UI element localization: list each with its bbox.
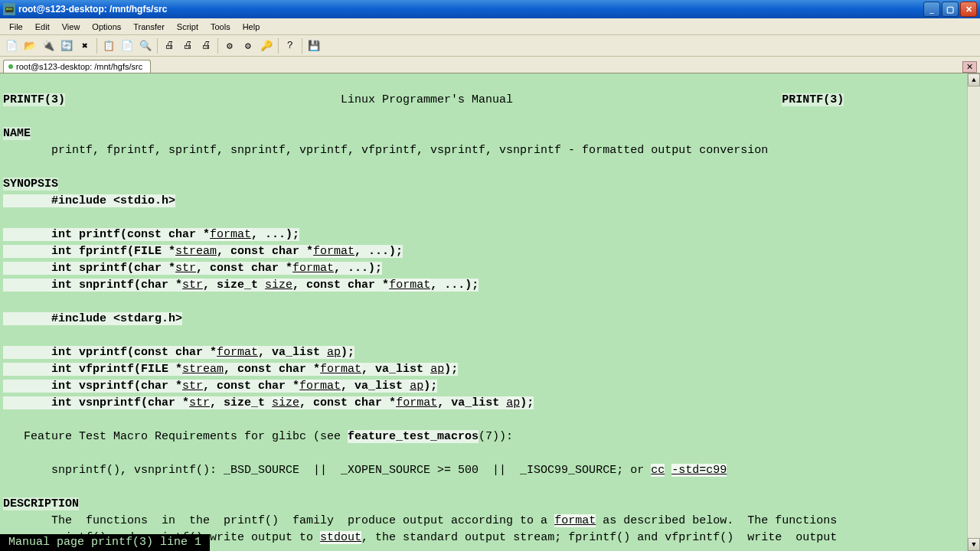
toolbar-print3-icon[interactable]: 🖨 (198, 37, 214, 54)
syn-vprintf: int vprintf(const char * (3, 346, 217, 359)
menubar: File Edit View Options Transfer Script T… (0, 18, 980, 35)
man-name-header: NAME (3, 127, 31, 140)
man-synopsis-header: SYNOPSIS (3, 178, 58, 191)
ftm-body: snprintf(), vsnprintf(): _BSD_SOURCE || … (3, 464, 651, 477)
arg-size: size (265, 279, 292, 292)
menu-options[interactable]: Options (86, 21, 127, 33)
toolbar-props-icon[interactable]: ⚙ (221, 37, 238, 54)
tab-close-button[interactable]: ✕ (962, 61, 977, 73)
toolbar-find-icon[interactable]: 🔍 (137, 37, 154, 54)
menu-tools[interactable]: Tools (204, 21, 237, 33)
arg-str: str (175, 262, 196, 275)
terminal-viewport[interactable]: PRINTF(3) Linux Programmer's Manual PRIN… (0, 73, 967, 551)
tab-label: root@s123-desktop: /mnt/hgfs/src (16, 62, 142, 71)
toolbar-separator (96, 38, 97, 54)
ftm-line: Feature Test Macro Requirements for glib… (3, 430, 348, 443)
desc-line1: The functions in the printf() family pro… (3, 514, 554, 527)
toolbar-help-icon[interactable]: ? (282, 37, 299, 54)
toolbar: 📄 📂 🔌 🔄 ✖ 📋 📄 🔍 🖨 🖨 🖨 ⚙ ⚙ 🔑 ? 💾 (0, 35, 980, 57)
man-header-center: Linux Programmer's Manual (341, 93, 513, 106)
syn-sprintf: int sprintf(char * (3, 262, 175, 275)
toolbar-print2-icon[interactable]: 🖨 (179, 37, 196, 54)
arg-stdout: stdout (320, 531, 361, 544)
tabbar: root@s123-desktop: /mnt/hgfs/src ✕ (0, 57, 980, 73)
toolbar-paste-icon[interactable]: 📄 (119, 37, 136, 54)
syn-fprintf: int fprintf(FILE * (3, 245, 175, 258)
syn-vfprintf: int vfprintf(FILE * (3, 363, 182, 376)
minimize-button[interactable]: _ (923, 2, 940, 17)
app-icon: 📟 (3, 3, 15, 15)
maximize-button[interactable]: ▢ (942, 2, 959, 17)
tab-status-icon (8, 64, 13, 69)
arg-ap: ap (327, 346, 341, 359)
toolbar-disconnect-icon[interactable]: 🔌 (40, 37, 57, 54)
syn-printf: int printf(const char * (3, 228, 210, 241)
toolbar-separator (157, 38, 158, 54)
toolbar-cancel-icon[interactable]: ✖ (77, 37, 93, 54)
toolbar-copy-icon[interactable]: 📋 (100, 37, 117, 54)
toolbar-separator (302, 38, 302, 54)
window-title: root@s123-desktop: /mnt/hgfs/src (18, 4, 923, 15)
menu-view[interactable]: View (56, 21, 87, 33)
vertical-scrollbar[interactable]: ▲ ▼ (967, 73, 980, 551)
arg-stream: stream (175, 245, 217, 258)
scroll-down-button[interactable]: ▼ (968, 538, 980, 551)
menu-file[interactable]: File (3, 21, 29, 33)
toolbar-print-icon[interactable]: 🖨 (161, 37, 178, 54)
menu-help[interactable]: Help (237, 21, 266, 33)
toolbar-open-icon[interactable]: 📂 (21, 37, 38, 54)
menu-script[interactable]: Script (171, 21, 204, 33)
session-tab[interactable]: root@s123-desktop: /mnt/hgfs/src (3, 60, 151, 73)
scroll-track[interactable] (968, 86, 980, 538)
toolbar-reconnect-icon[interactable]: 🔄 (58, 37, 75, 54)
titlebar: 📟 root@s123-desktop: /mnt/hgfs/src _ ▢ ✕ (0, 0, 980, 18)
toolbar-key-icon[interactable]: 🔑 (258, 37, 275, 54)
toolbar-separator (278, 38, 279, 54)
toolbar-save-icon[interactable]: 💾 (305, 37, 322, 54)
man-header-left: PRINTF(3) (3, 93, 65, 106)
toolbar-settings-icon[interactable]: ⚙ (240, 37, 256, 54)
man-header-right: PRINTF(3) (782, 93, 844, 106)
arg-format: format (210, 228, 251, 241)
man-name-line: printf, fprintf, sprintf, snprintf, vpri… (3, 144, 768, 157)
scroll-up-button[interactable]: ▲ (968, 73, 980, 86)
syn-vsnprintf: int vsnprintf(char * (3, 396, 189, 409)
toolbar-separator (217, 38, 218, 54)
menu-transfer[interactable]: Transfer (127, 21, 171, 33)
man-status-line: Manual page printf(3) line 1 (0, 534, 210, 551)
man-include-stdio: #include <stdio.h> (3, 194, 175, 207)
man-description-header: DESCRIPTION (3, 497, 79, 510)
man-include-stdarg: #include <stdarg.h> (3, 312, 182, 325)
toolbar-new-icon[interactable]: 📄 (3, 37, 20, 54)
syn-vsprintf: int vsprintf(char * (3, 380, 182, 393)
menu-edit[interactable]: Edit (29, 21, 56, 33)
close-button[interactable]: ✕ (960, 2, 977, 17)
syn-snprintf: int snprintf(char * (3, 279, 182, 292)
